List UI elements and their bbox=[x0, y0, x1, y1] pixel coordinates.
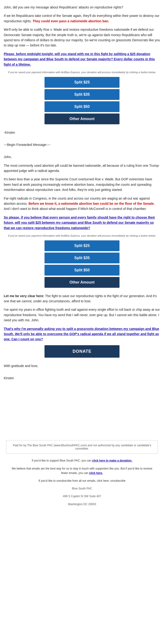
spacer bbox=[4, 384, 160, 431]
forwarded-label: ---Begin Forwarded Message:--- bbox=[4, 142, 160, 147]
closing-1: With gratitude and love, bbox=[4, 363, 160, 368]
footer-support-link[interactable]: click here to make a donation. bbox=[92, 459, 132, 462]
split-35-button-1[interactable]: Split $35 bbox=[44, 89, 120, 100]
para-5-red: Before we know it, a nationwide abortion… bbox=[29, 202, 155, 206]
para-5: Far-right radicals in Congress, in the c… bbox=[4, 196, 160, 212]
actblue-note-2: If you've saved your payment information… bbox=[4, 234, 160, 238]
other-amount-button-2[interactable]: Other Amount bbox=[44, 277, 120, 288]
para-6-bold: Let me be very clear here: bbox=[4, 294, 44, 298]
header-greeting: John, did you see my message about Repub… bbox=[4, 5, 160, 10]
split-35-button-2[interactable]: Split $35 bbox=[44, 252, 120, 263]
cta-link-3[interactable]: That's why I'm personally asking you to … bbox=[4, 326, 160, 342]
footer-support-line: If you'd like to support Blue South PAC,… bbox=[8, 458, 156, 463]
para-5-after: And I don't want to think about what wou… bbox=[4, 207, 147, 210]
cta-anchor-1[interactable]: Please, before midnight tonight, will yo… bbox=[4, 52, 155, 66]
sign-off-1: -Kirsten bbox=[4, 130, 160, 135]
actblue-note-1: If you've saved your payment information… bbox=[4, 70, 160, 74]
john-greeting: John, bbox=[4, 154, 160, 160]
para-3: The most commonly used abortion pill cou… bbox=[4, 163, 160, 174]
donate-button[interactable]: DONATE bbox=[44, 345, 120, 358]
footer-unsubscribe-line: If you'd like to unsubscribe from all ou… bbox=[8, 479, 156, 483]
donation-buttons-set-2: Split $25 Split $35 Split $50 Other Amou… bbox=[44, 240, 120, 289]
closing-2: Kirsten bbox=[4, 376, 160, 381]
split-50-button-2[interactable]: Split $50 bbox=[44, 265, 120, 276]
footer-org-name: Blue South PAC bbox=[4, 486, 160, 491]
para-1: If we let Republicans take control of th… bbox=[4, 13, 160, 24]
footer-address-1: 499 S Capitol St SW Suite 407 bbox=[4, 494, 160, 498]
footer-paid-for: Paid for by The Blue South PAC (www.Blue… bbox=[6, 440, 158, 454]
donation-buttons-set-1: Split $25 Split $35 Split $50 Other Amou… bbox=[44, 77, 120, 126]
footer-fewer-emails-link[interactable]: click here. bbox=[89, 472, 103, 475]
para-6: Let me be very clear here: The fight to … bbox=[4, 294, 160, 304]
split-25-button-2[interactable]: Split $25 bbox=[44, 240, 120, 251]
donate-container: DONATE bbox=[44, 345, 120, 359]
cta-anchor-2[interactable]: So please, if you believe that every per… bbox=[4, 216, 155, 230]
cta-link-1[interactable]: Please, before midnight tonight, will yo… bbox=[4, 51, 160, 67]
footer-support-text: If you'd like to support Blue South PAC,… bbox=[32, 459, 91, 462]
para-7: I've spent my years in office fighting t… bbox=[4, 307, 160, 323]
split-25-button-1[interactable]: Split $25 bbox=[44, 77, 120, 88]
para-2: We'll only be able to codify Roe v. Wade… bbox=[4, 27, 160, 48]
split-50-button-1[interactable]: Split $50 bbox=[44, 101, 120, 112]
cta-link-2[interactable]: So please, if you believe that every per… bbox=[4, 215, 160, 230]
footer-fewer-emails-text: We believe that emails are the best way … bbox=[12, 467, 152, 475]
footer-links: If you'd like to support Blue South PAC,… bbox=[8, 458, 156, 483]
red-text-abortion-ban: They could even pass a nationwide aborti… bbox=[32, 19, 109, 23]
cta-anchor-3[interactable]: That's why I'm personally asking you to … bbox=[4, 327, 159, 341]
footer-address-2: Washington DC 20003 bbox=[4, 502, 160, 506]
footer-fewer-emails-line: We believe that emails are the best way … bbox=[8, 466, 156, 476]
footer-address: Blue South PAC 499 S Capitol St SW Suite… bbox=[4, 486, 160, 506]
para-4: It's been less than a year since the Sup… bbox=[4, 176, 160, 192]
other-amount-button-1[interactable]: Other Amount bbox=[44, 114, 120, 124]
